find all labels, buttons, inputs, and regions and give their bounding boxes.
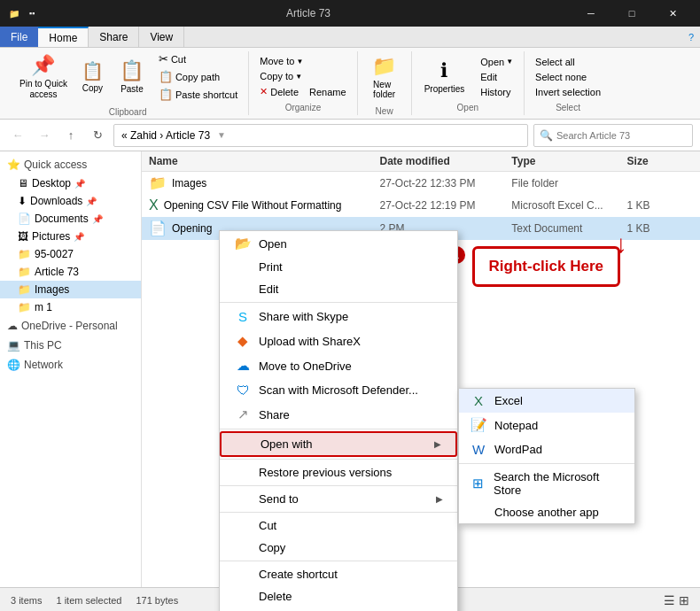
sub-notepad[interactable]: 📝 Notepad — [459, 413, 634, 437]
ctx-copy[interactable]: Copy — [220, 537, 457, 559]
col-name-header: Name — [149, 155, 379, 167]
ctx-skype[interactable]: S Share with Skype — [220, 305, 457, 329]
view-grid-icon[interactable]: ⊞ — [679, 593, 689, 607]
sidebar-item-desktop[interactable]: 🖥 Desktop 📌 — [0, 174, 141, 192]
pin-downloads-icon: 📌 — [86, 197, 97, 206]
ctx-send-to-arrow: ▶ — [436, 494, 443, 504]
copy-button[interactable]: 📋 Copy — [76, 57, 109, 97]
ctx-share[interactable]: ↗ Share — [220, 402, 457, 427]
sidebar-item-article73[interactable]: 📁 Article 73 — [0, 263, 141, 281]
paste-button[interactable]: 📋 Paste — [113, 56, 152, 97]
ctx-open-with[interactable]: Open with ▶ — [220, 431, 457, 457]
sub-wordpad[interactable]: W WordPad — [459, 437, 634, 461]
properties-button[interactable]: ℹ Properties — [419, 56, 471, 97]
history-button[interactable]: History — [477, 85, 517, 99]
title-bar: 📁 ▪▪ Article 73 ─ □ ✕ — [0, 0, 700, 27]
delete-button[interactable]: ✕ Delete — [256, 84, 302, 99]
ctx-create-shortcut[interactable]: Create shortcut — [220, 563, 457, 585]
folder-article-icon: 📁 — [18, 266, 31, 278]
sidebar-item-this-pc[interactable]: 💻 This PC — [0, 336, 141, 355]
folder-m1-label: m 1 — [35, 301, 52, 313]
sub-store[interactable]: ⊞ Search the Microsoft Store — [459, 466, 634, 501]
open-col: Open ▼ Edit History — [477, 55, 517, 99]
minimize-button[interactable]: ─ — [571, 0, 611, 27]
clipboard-col: ✂ Cut 📋 Copy path 📋 Paste shortcut — [155, 50, 241, 103]
sidebar-item-m1[interactable]: 📁 m 1 — [0, 298, 141, 316]
paste-shortcut-label: Paste shortcut — [175, 89, 237, 100]
move-to-chevron: ▼ — [296, 58, 303, 66]
rename-button[interactable]: Rename — [306, 84, 350, 99]
invert-selection-button[interactable]: Invert selection — [532, 85, 604, 99]
ctx-skype-label: Share with Skype — [259, 310, 348, 323]
ctx-skype-icon: S — [234, 309, 252, 324]
open-button[interactable]: Open ▼ — [477, 55, 517, 69]
address-path[interactable]: « Zahid › Article 73 ▼ — [113, 124, 528, 147]
ctx-edit[interactable]: Edit — [220, 278, 457, 300]
search-box[interactable]: 🔍 — [533, 124, 693, 147]
file-row-csv[interactable]: X Opening CSV File Without Formatting 27… — [142, 195, 700, 217]
new-folder-button[interactable]: 📁 Newfolder — [365, 51, 404, 103]
back-button[interactable]: ← — [7, 125, 28, 146]
sidebar-item-onedrive[interactable]: ☁ OneDrive - Personal — [0, 316, 141, 336]
up-button[interactable]: ↑ — [60, 125, 82, 146]
ctx-send-to[interactable]: Send to ▶ — [220, 488, 457, 510]
file-size-csv: 1 KB — [627, 199, 693, 212]
tab-view[interactable]: View — [139, 27, 184, 47]
move-to-button[interactable]: Move to ▼ — [256, 54, 349, 68]
ctx-onedrive[interactable]: ☁ Move to OneDrive — [220, 353, 457, 378]
ctx-defender[interactable]: 🛡 Scan with Microsoft Defender... — [220, 378, 457, 402]
ctx-cut[interactable]: Cut — [220, 514, 457, 537]
help-button[interactable]: ? — [682, 27, 700, 47]
refresh-button[interactable]: ↻ — [87, 125, 108, 146]
file-icon-small: 📁 — [7, 6, 21, 20]
sidebar-item-pictures[interactable]: 🖼 Pictures 📌 — [0, 228, 141, 245]
file-date-csv: 27-Oct-22 12:19 PM — [379, 199, 511, 212]
tab-share[interactable]: Share — [89, 27, 139, 47]
copy-path-button[interactable]: 📋 Copy path — [155, 68, 241, 85]
copy-to-button[interactable]: Copy to ▼ — [256, 69, 349, 83]
sidebar-item-quick-access[interactable]: ⭐ Quick access — [0, 155, 141, 174]
sub-store-icon: ⊞ — [470, 476, 486, 491]
ctx-sharex[interactable]: ◆ Upload with ShareX — [220, 329, 457, 353]
cut-button[interactable]: ✂ Cut — [155, 50, 241, 67]
tab-home[interactable]: Home — [38, 27, 89, 47]
search-input[interactable] — [556, 130, 687, 141]
ctx-delete[interactable]: Delete — [220, 585, 457, 607]
close-button[interactable]: ✕ — [652, 0, 693, 27]
downloads-label: Downloads — [30, 195, 82, 207]
folder-article-label: Article 73 — [35, 266, 79, 278]
file-row-images[interactable]: 📁 Images 27-Oct-22 12:33 PM File folder — [142, 172, 700, 195]
ctx-rename[interactable]: Rename — [220, 607, 457, 611]
select-all-button[interactable]: Select all — [532, 55, 604, 69]
sidebar-item-downloads[interactable]: ⬇ Downloads 📌 — [0, 192, 141, 210]
tab-file[interactable]: File — [0, 27, 38, 47]
pin-documents-icon: 📌 — [92, 214, 103, 224]
view-list-icon[interactable]: ☰ — [664, 593, 675, 607]
copy-path-icon: 📋 — [159, 70, 173, 83]
paste-shortcut-button[interactable]: 📋 Paste shortcut — [155, 86, 241, 103]
delete-label: Delete — [270, 87, 299, 97]
sidebar-item-documents[interactable]: 📄 Documents 📌 — [0, 210, 141, 228]
file-name-csv: X Opening CSV File Without Formatting — [149, 197, 379, 213]
select-none-button[interactable]: Select none — [532, 70, 604, 84]
open-group: ℹ Properties Open ▼ Edit History Ope — [412, 51, 525, 115]
ctx-create-shortcut-label: Create shortcut — [259, 568, 338, 581]
sidebar-item-images[interactable]: 📁 Images — [0, 281, 141, 298]
downloads-icon: ⬇ — [18, 195, 27, 207]
sub-choose-app[interactable]: Choose another app — [459, 501, 634, 523]
ctx-restore[interactable]: Restore previous versions — [220, 461, 457, 483]
edit-button[interactable]: Edit — [477, 70, 517, 84]
sub-excel[interactable]: X Excel — [459, 389, 634, 413]
ctx-print[interactable]: Print — [220, 256, 457, 278]
pin-to-quick-access-button[interactable]: 📌 Pin to Quickaccess — [14, 50, 73, 104]
ctx-sep-1 — [220, 302, 457, 303]
forward-button[interactable]: → — [34, 125, 55, 146]
ctx-open[interactable]: 📂 Open — [220, 231, 457, 256]
address-bar: ← → ↑ ↻ « Zahid › Article 73 ▼ 🔍 — [0, 120, 700, 151]
sidebar-item-95-0027[interactable]: 📁 95-0027 — [0, 245, 141, 263]
maximize-button[interactable]: □ — [611, 0, 652, 27]
ctx-open-with-arrow: ▶ — [434, 439, 441, 449]
sidebar-item-network[interactable]: 🌐 Network — [0, 355, 141, 375]
window-controls[interactable]: ─ □ ✕ — [571, 0, 693, 27]
pictures-label: Pictures — [32, 230, 70, 243]
